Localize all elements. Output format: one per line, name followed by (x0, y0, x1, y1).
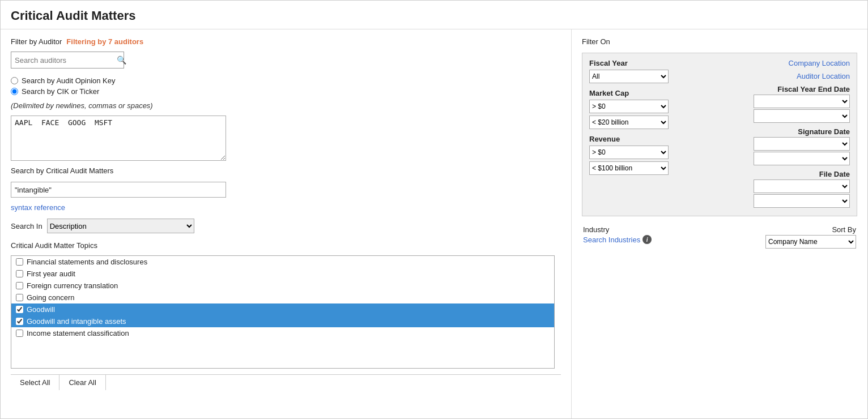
fiscal-year-select[interactable]: All 2023 2022 2021 2020 (589, 70, 669, 83)
search-auditors-input[interactable] (11, 55, 113, 66)
industry-sortby-row: Industry Search Industries i Sort By Com… (582, 225, 857, 249)
radio-audit-opinion[interactable]: Search by Audit Opinion Key (11, 76, 561, 85)
search-in-select[interactable]: Description Title Both (47, 219, 194, 233)
search-in-row: Search In Description Title Both (11, 219, 561, 233)
clear-all-button[interactable]: Clear All (59, 375, 105, 390)
filter-by-auditor-label: Filter by Auditor (11, 37, 62, 46)
radio-audit-opinion-label: Search by Audit Opinion Key (22, 76, 116, 85)
right-panel: Filter On Fiscal Year All 2023 2022 2021… (572, 29, 867, 418)
topic-checkbox[interactable] (16, 306, 23, 313)
radio-audit-opinion-input[interactable] (11, 77, 18, 84)
filtering-status: Filtering by 7 auditors (66, 37, 143, 46)
topics-list[interactable]: Financial statements and disclosuresFirs… (11, 255, 555, 369)
page-title: Critical Audit Matters (1, 1, 867, 29)
revenue-max-select[interactable]: < $100 billion No max (589, 161, 669, 175)
list-item[interactable]: First year audit (11, 268, 554, 280)
left-panel: Filter by Auditor Filtering by 7 auditor… (1, 29, 572, 418)
search-industries-text: Search Industries (583, 236, 640, 244)
sortby-label: Sort By (832, 225, 856, 234)
signature-date-select2[interactable] (754, 152, 850, 165)
market-cap-max-select[interactable]: < $20 billion < $100 billion No max (589, 116, 669, 129)
fiscal-year-end-date-select1[interactable] (754, 95, 850, 108)
topic-checkbox[interactable] (16, 330, 23, 337)
industry-section: Industry Search Industries i (583, 225, 652, 244)
info-icon: i (643, 235, 652, 244)
sortby-section: Sort By Company Name Auditor Name Filing… (765, 225, 856, 249)
filter-on-label: Filter On (582, 37, 857, 46)
file-date-section: File Date (754, 170, 850, 208)
revenue-section: Revenue > $0 > $1 billion < $100 billion… (589, 135, 720, 175)
fiscal-year-section: Fiscal Year All 2023 2022 2021 2020 (589, 59, 720, 83)
cam-search-input[interactable] (11, 182, 226, 198)
topic-label: Income statement classification (27, 329, 129, 337)
search-auditors-button[interactable]: 🔍 (113, 54, 130, 66)
cam-search-label: Search by Critical Audit Matters (11, 166, 561, 175)
market-cap-label: Market Cap (589, 89, 720, 97)
list-item[interactable]: Foreign currency translation (11, 280, 554, 292)
radio-cik-ticker[interactable]: Search by CIK or Ticker (11, 87, 561, 96)
signature-date-select1[interactable] (754, 137, 850, 151)
radio-cik-ticker-input[interactable] (11, 88, 18, 95)
syntax-reference-link[interactable]: syntax reference (11, 203, 561, 212)
company-location-link[interactable]: Company Location (789, 59, 850, 67)
topic-label: Financial statements and disclosures (27, 258, 147, 266)
delimiter-note: (Delimited by newlines, commas or spaces… (11, 101, 561, 110)
fiscal-year-end-date-select2[interactable] (754, 109, 850, 123)
signature-date-section: Signature Date (754, 127, 850, 165)
topic-label: Going concern (27, 293, 75, 302)
search-in-label: Search In (11, 222, 42, 230)
auditor-location-link[interactable]: Auditor Location (797, 72, 850, 80)
list-item[interactable]: Goodwill and intangible assets (11, 315, 554, 327)
topic-checkbox[interactable] (16, 294, 23, 301)
search-auditors-wrap: 🔍 (11, 52, 124, 69)
filter-on-grid: Fiscal Year All 2023 2022 2021 2020 Mark… (582, 53, 857, 216)
select-all-button[interactable]: Select All (11, 375, 59, 390)
filter-left-col: Fiscal Year All 2023 2022 2021 2020 Mark… (589, 59, 720, 208)
list-item[interactable]: Going concern (11, 292, 554, 303)
filter-right-col: Company Location Auditor Location Fiscal… (720, 59, 850, 208)
topic-checkbox[interactable] (16, 270, 23, 277)
market-cap-section: Market Cap > $0 > $1 billion > $10 billi… (589, 89, 720, 129)
file-date-label: File Date (754, 170, 850, 178)
list-item[interactable]: Financial statements and disclosures (11, 256, 554, 268)
search-mode-group: Search by Audit Opinion Key Search by CI… (11, 76, 561, 96)
file-date-select2[interactable] (754, 194, 850, 208)
fiscal-year-end-date-section: Fiscal Year End Date (754, 85, 850, 123)
topic-checkbox[interactable] (16, 258, 23, 266)
sortby-select[interactable]: Company Name Auditor Name Filing Date (765, 235, 856, 249)
list-item[interactable]: Income statement classification (11, 327, 554, 339)
revenue-label: Revenue (589, 135, 720, 143)
topic-label: Goodwill (27, 305, 55, 314)
industry-label: Industry (583, 225, 652, 234)
list-item[interactable]: Goodwill (11, 303, 554, 315)
fiscal-year-label: Fiscal Year (589, 59, 720, 67)
topic-label: First year audit (27, 270, 75, 278)
filter-auditor-row: Filter by Auditor Filtering by 7 auditor… (11, 37, 561, 46)
topics-label: Critical Audit Matter Topics (11, 241, 561, 250)
market-cap-min-select[interactable]: > $0 > $1 billion > $10 billion (589, 100, 669, 113)
revenue-min-select[interactable]: > $0 > $1 billion (589, 146, 669, 159)
topic-label: Goodwill and intangible assets (27, 317, 126, 326)
radio-cik-ticker-label: Search by CIK or Ticker (22, 87, 99, 96)
search-industries-link[interactable]: Search Industries i (583, 235, 652, 244)
file-date-select1[interactable] (754, 179, 850, 193)
fiscal-year-end-date-label: Fiscal Year End Date (754, 85, 850, 93)
signature-date-label: Signature Date (754, 127, 850, 136)
ticker-textarea[interactable]: AAPL FACE GOOG MSFT (11, 116, 226, 161)
topic-checkbox[interactable] (16, 282, 23, 289)
bottom-buttons: Select All Clear All (11, 374, 561, 390)
topic-checkbox[interactable] (16, 318, 23, 325)
topic-label: Foreign currency translation (27, 281, 118, 290)
